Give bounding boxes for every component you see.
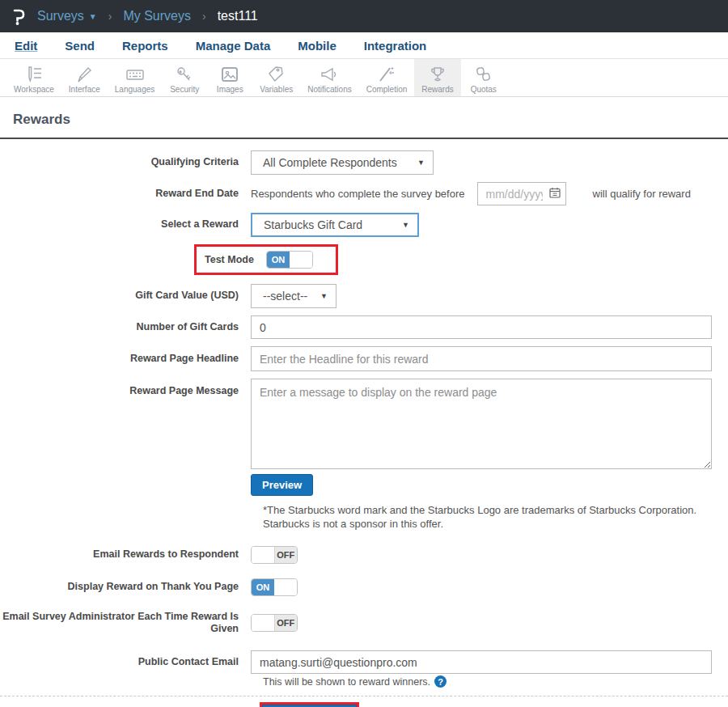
preview-row: Preview [0,474,728,496]
public-email-row: Public Contact Email [0,650,728,674]
public-email-label: Public Contact Email [0,656,251,669]
select-reward-row: Select a Reward Starbucks Gift Card ▼ [0,213,728,237]
toolbar-item-workspace[interactable]: Workspace [6,59,61,96]
email-rewards-label: Email Rewards to Respondent [0,548,251,561]
interface-icon [74,66,94,85]
toolbar-item-images[interactable]: Images [207,59,252,96]
page-title: Rewards [13,112,715,128]
num-gift-cards-input[interactable] [251,315,712,339]
qualifying-criteria-row: Qualifying Criteria All Complete Respond… [0,150,728,175]
reward-end-date-row: Reward End Date Respondents who complete… [0,182,728,205]
tab-mobile[interactable]: Mobile [298,39,336,53]
gift-card-value-select[interactable]: --select-- ▼ [251,284,336,308]
toolbar-item-variables[interactable]: Variables [252,59,300,96]
rewards-form: Qualifying Criteria All Complete Respond… [0,139,728,707]
toolbar-item-security[interactable]: Security [162,59,207,96]
public-email-input[interactable] [251,650,712,674]
toolbar-item-rewards[interactable]: Rewards [414,59,460,96]
reward-end-date-label: Reward End Date [0,188,251,201]
page-header: Rewards [0,97,728,139]
dashed-divider [0,696,728,696]
chevron-down-icon: ▼ [89,12,97,21]
tab-manage-data[interactable]: Manage Data [196,39,271,53]
gift-card-value-row: Gift Card Value (USD) --select-- ▼ [0,284,728,308]
help-icon[interactable]: ? [434,675,447,688]
headline-label: Reward Page Headline [0,353,251,366]
images-icon [220,66,239,85]
chevron-down-icon: ▼ [320,292,328,300]
security-icon [175,66,194,85]
starbucks-disclaimer: *The Starbucks word mark and the Starbuc… [263,504,728,531]
display-reward-toggle[interactable]: ON [251,578,298,596]
display-reward-row: Display Reward on Thank You Page ON [0,578,728,596]
reward-end-date-before-text: Respondents who complete the survey befo… [251,188,465,200]
public-email-helper: This will be shown to reward winners. ? [263,675,728,688]
qualifying-criteria-label: Qualifying Criteria [0,156,251,169]
variables-icon [267,66,286,85]
toolbar-item-notifications[interactable]: Notifications [300,59,358,96]
select-reward-select[interactable]: Starbucks Gift Card ▼ [251,213,419,237]
questionpro-logo-icon[interactable] [11,6,26,26]
breadcrumb-surveys[interactable]: Surveys ▼ [37,9,97,23]
email-rewards-row: Email Rewards to Respondent OFF [0,546,728,564]
num-gift-cards-row: Number of Gift Cards [0,315,728,339]
notifications-icon [319,66,340,85]
tab-integration[interactable]: Integration [364,39,427,53]
breadcrumb-separator-icon: › [105,10,116,23]
languages-icon [125,66,146,85]
tab-send[interactable]: Send [65,39,95,53]
completion-icon [377,66,396,85]
tab-edit[interactable]: Edit [15,39,37,53]
email-admin-label: Email Survey Administrator Each Time Rew… [0,611,251,636]
main-nav-tabs: Edit Send Reports Manage Data Mobile Int… [0,32,728,59]
top-bar: Surveys ▼ › My Surveys › test111 [0,0,728,32]
toolbar-item-completion[interactable]: Completion [359,59,415,96]
display-reward-label: Display Reward on Thank You Page [0,581,251,594]
chevron-down-icon: ▼ [402,221,409,229]
calendar-icon[interactable] [549,187,561,201]
save-highlight-box: Save Changes [260,702,359,707]
gift-card-value-label: Gift Card Value (USD) [0,290,251,303]
message-label: Reward Page Message [0,379,251,398]
breadcrumb-survey-name: test111 [218,9,258,23]
rewards-trophy-icon [428,66,447,85]
test-mode-label: Test Mode [205,254,254,265]
chevron-down-icon: ▼ [417,159,425,167]
preview-button[interactable]: Preview [251,474,313,496]
headline-row: Reward Page Headline [0,346,728,371]
toolbar-item-quotas[interactable]: Quotas [461,59,506,96]
email-admin-row: Email Survey Administrator Each Time Rew… [0,611,728,636]
headline-input[interactable] [251,346,712,371]
qualifying-criteria-select[interactable]: All Complete Respondents ▼ [251,150,434,175]
message-row: Reward Page Message [0,379,728,469]
email-rewards-toggle[interactable]: OFF [251,546,298,564]
save-row: Save Changes [260,702,728,707]
tab-reports[interactable]: Reports [122,39,168,53]
message-textarea[interactable] [251,379,712,469]
workspace-icon [24,66,44,85]
quotas-icon [474,66,493,85]
toolbar-item-languages[interactable]: Languages [108,59,163,96]
breadcrumb-my-surveys[interactable]: My Surveys [123,9,191,23]
test-mode-row: Test Mode ON [0,244,728,275]
num-gift-cards-label: Number of Gift Cards [0,321,251,334]
select-reward-label: Select a Reward [0,218,251,231]
test-mode-toggle[interactable]: ON [266,251,313,269]
breadcrumb-separator-icon: › [199,10,210,23]
email-admin-toggle[interactable]: OFF [251,614,298,632]
toolbar-item-interface[interactable]: Interface [61,59,108,96]
reward-end-date-after-text: will qualify for reward [593,188,691,200]
test-mode-highlight-box: Test Mode ON [194,244,338,275]
edit-icon-toolbar: Workspace Interface Languages Security [0,59,728,97]
